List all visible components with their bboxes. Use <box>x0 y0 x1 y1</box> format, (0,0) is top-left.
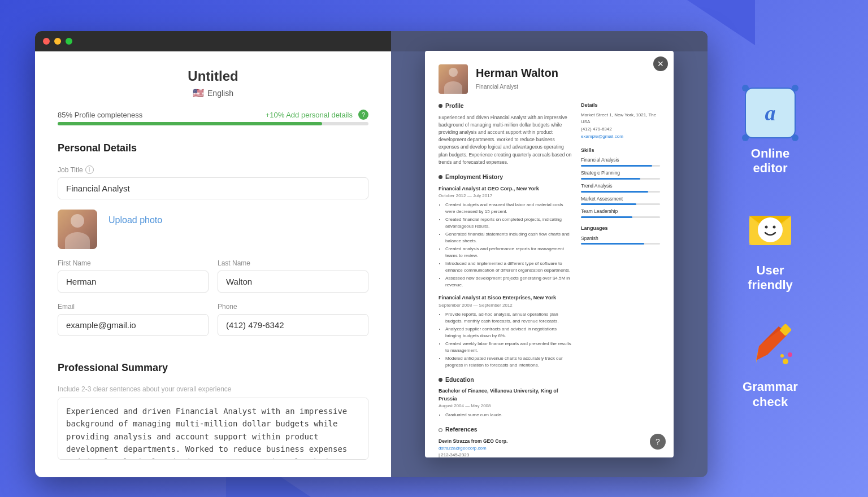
education-heading: Education <box>439 376 572 385</box>
resume-photo <box>439 64 468 94</box>
personal-details-title: Personal Details <box>58 142 368 154</box>
feature-online-editor: a Online editor <box>745 88 796 176</box>
sidebar-skills-label: Skills <box>581 147 660 155</box>
summary-textarea[interactable]: Experienced and driven Financial Analyst… <box>58 398 368 460</box>
sidebar-details: Details Market Street 1, New York, 1021,… <box>581 102 660 140</box>
photo-thumbnail <box>58 210 97 249</box>
resume-name-block: Herman Walton Financial Analyst <box>476 64 558 91</box>
skill-3: Trend Analysis <box>581 182 660 193</box>
progress-bar-fill <box>58 122 322 125</box>
last-name-label: Last Name <box>218 259 368 267</box>
job1-bullet-2: Created financial reports on completed p… <box>445 216 572 230</box>
job1-bullet-4: Created analysis and performance reports… <box>445 246 572 259</box>
ref1-phone: | 212-345-2323 <box>439 452 572 457</box>
ref1-name: Devin Strazza from GEO Corp. <box>439 438 572 445</box>
resume-job-1: Financial Analyst at GEO Corp., New York… <box>439 185 572 289</box>
close-button[interactable]: ✕ <box>653 56 668 71</box>
email-icon-container <box>745 204 796 255</box>
phone-input[interactable] <box>218 314 368 336</box>
help-button[interactable]: ? <box>650 434 666 450</box>
sidebar-skills: Skills Financial Analysis Strategic Plan… <box>581 147 660 218</box>
job2-bullets: Provide reports, ad-hoc analysis, annual… <box>439 311 572 369</box>
edu-bullet-1: Graduated sume cum laude. <box>445 412 572 418</box>
sidebar-address: Market Street 1, New York, 1021, The USA <box>581 112 660 127</box>
name-row: First Name Last Name <box>58 259 368 303</box>
progress-label: 85% Profile completeness <box>58 111 260 119</box>
ref1-email: dstrazza@geocorp.com <box>439 445 572 452</box>
language-label: English <box>207 89 233 98</box>
feature-user-friendly: User friendly <box>745 204 796 293</box>
svg-point-5 <box>773 225 776 228</box>
sidebar-details-label: Details <box>581 102 660 110</box>
grammar-check-label: Grammar check <box>743 380 798 409</box>
job-title-label: Job Title i <box>58 165 368 174</box>
job-title-group: Job Title i <box>58 165 368 199</box>
references-dot-icon <box>439 428 442 432</box>
job2-bullet-3: Created weekly labor finance reports and… <box>445 341 572 354</box>
job-title-info-icon[interactable]: i <box>85 165 94 174</box>
resume-body: Profile Experienced and driven Financial… <box>439 102 660 457</box>
email-input[interactable] <box>58 314 209 336</box>
progress-add-label: +10% Add personal details <box>266 111 353 119</box>
job1-bullet-6: Assessed new development projects genera… <box>445 275 572 289</box>
pencil-icon-container <box>745 321 796 372</box>
education-dot-icon <box>439 378 442 382</box>
email-group: Email <box>58 303 209 336</box>
contact-row: Email Phone <box>58 303 368 346</box>
job2-bullet-2: Analyzed supplier contracts and advised … <box>445 326 572 339</box>
last-name-input[interactable] <box>218 271 368 293</box>
maximize-dot[interactable] <box>66 38 72 45</box>
user-friendly-label: User friendly <box>748 263 792 293</box>
first-name-input[interactable] <box>58 271 209 293</box>
email-label: Email <box>58 303 209 311</box>
resume-document: Herman Walton Financial Analyst Profile <box>425 51 674 457</box>
job2-bullet-4: Modeled anticipated revenue charts to ac… <box>445 355 572 369</box>
profile-text: Experienced and driven Financial Analyst… <box>439 114 572 166</box>
resume-header: Herman Walton Financial Analyst <box>439 64 660 94</box>
skill-4: Market Assessment <box>581 195 660 206</box>
resume-main-column: Profile Experienced and driven Financial… <box>439 102 572 457</box>
browser-content: Untitled 🇺🇸 English 85% Profile complete… <box>35 51 708 477</box>
summary-hint: Include 2-3 clear sentences about your o… <box>58 385 368 393</box>
sidebar-email: example@gmail.com <box>581 133 660 140</box>
photo-upload-row: Upload photo <box>58 210 368 249</box>
resume-job-title: Financial Analyst <box>476 82 558 91</box>
doc-language: 🇺🇸 English <box>58 88 368 98</box>
browser-window: Untitled 🇺🇸 English 85% Profile complete… <box>35 31 708 477</box>
job1-bullet-3: Generated financial statements including… <box>445 231 572 245</box>
editor-panel: Untitled 🇺🇸 English 85% Profile complete… <box>35 51 391 477</box>
minimize-dot[interactable] <box>54 38 61 45</box>
svg-point-12 <box>780 354 784 358</box>
upload-text-area: Upload photo <box>108 210 162 225</box>
upload-photo-link[interactable]: Upload photo <box>108 215 162 225</box>
skill-5: Team Leadership <box>581 208 660 218</box>
personal-details-section: Personal Details Job Title i <box>58 142 368 346</box>
svg-point-11 <box>788 352 792 357</box>
professional-summary-section: Professional Summary Include 2-3 clear s… <box>58 362 368 462</box>
education-block: Bachelor of Finance, Villanova Universit… <box>439 387 572 418</box>
doc-title: Untitled <box>58 68 368 84</box>
profile-dot-icon <box>439 104 442 108</box>
job-title-input[interactable] <box>58 177 368 199</box>
employment-preview-heading: Employment History <box>439 173 572 182</box>
sidebar-phone: (412) 479-6342 <box>581 126 660 133</box>
edu-bullets: Graduated sume cum laude. <box>439 412 572 418</box>
close-dot[interactable] <box>43 38 50 45</box>
language-1: Spanish <box>581 235 660 245</box>
editor-letter-icon: a <box>745 88 796 138</box>
editor-icon-container: a <box>745 88 796 138</box>
resume-preview-modal: ✕ Herman Walton Financial Analyst <box>425 51 674 457</box>
progress-help-icon[interactable]: ? <box>358 110 368 120</box>
employment-dot-icon <box>439 175 442 179</box>
sidebar-languages: Languages Spanish <box>581 225 660 245</box>
references-heading: References <box>439 425 572 434</box>
phone-label: Phone <box>218 303 368 311</box>
online-editor-label: Online editor <box>751 146 789 176</box>
summary-title: Professional Summary <box>58 362 368 374</box>
job1-bullets: Created budgets and ensured that labor a… <box>439 202 572 289</box>
job1-bullet-1: Created budgets and ensured that labor a… <box>445 202 572 215</box>
first-name-group: First Name <box>58 259 209 293</box>
svg-point-3 <box>758 217 783 242</box>
last-name-group: Last Name <box>218 259 368 293</box>
photo-thumbnail-img <box>58 210 97 249</box>
